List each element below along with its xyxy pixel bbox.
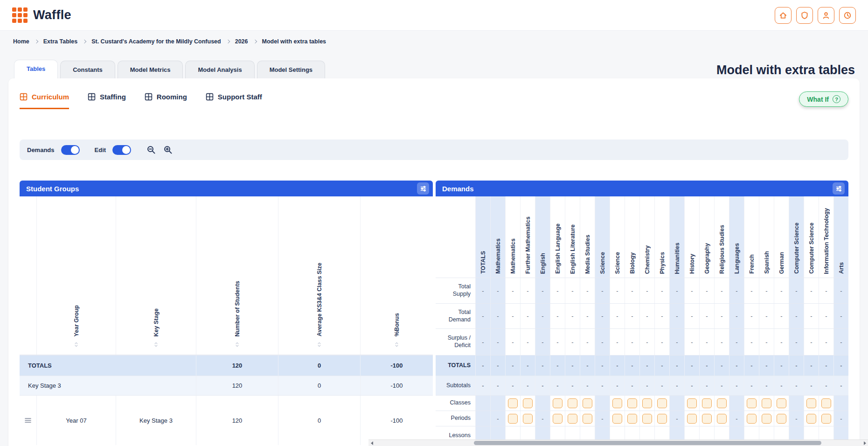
student-groups-panel-header: Student Groups <box>20 181 433 196</box>
subtab-curriculum[interactable]: Curriculum <box>20 93 69 109</box>
demand-input[interactable] <box>657 414 667 424</box>
sort-icon[interactable] <box>316 341 322 350</box>
demand-input[interactable] <box>821 414 831 424</box>
demand-input[interactable] <box>568 414 577 424</box>
demand-input[interactable] <box>821 398 831 408</box>
zoom-in-button[interactable] <box>163 145 173 155</box>
sort-icon[interactable] <box>153 341 159 350</box>
demands-cell: - <box>654 329 669 355</box>
demands-toggle[interactable] <box>61 145 80 155</box>
demands-cell: - <box>625 329 639 355</box>
column-label: Number of Students <box>234 281 241 336</box>
home-button[interactable] <box>775 7 792 24</box>
demand-input[interactable] <box>687 414 697 424</box>
zoom-out-icon <box>146 145 156 154</box>
demand-input[interactable] <box>627 414 637 424</box>
demand-input[interactable] <box>523 414 533 424</box>
demands-column-header: Geography <box>699 196 714 278</box>
column-header-bonus: %Bonus <box>360 196 433 355</box>
demands-cell <box>610 396 625 411</box>
scroll-right-button[interactable] <box>861 440 868 446</box>
demand-input[interactable] <box>702 414 712 424</box>
demand-input[interactable] <box>717 414 727 424</box>
zoom-out-button[interactable] <box>146 145 156 155</box>
clock-button[interactable] <box>839 7 856 24</box>
tab-model-metrics[interactable]: Model Metrics <box>118 61 183 78</box>
scrollbar-thumb[interactable] <box>474 441 821 445</box>
demand-input[interactable] <box>612 398 622 408</box>
tab-tables[interactable]: Tables <box>14 60 58 78</box>
what-if-button[interactable]: What If ? <box>799 91 848 107</box>
demand-input[interactable] <box>747 414 757 424</box>
subtab-label: Staffing <box>100 93 126 101</box>
demands-row: Total Demand------------------------- <box>436 303 848 328</box>
drag-handle[interactable] <box>20 396 36 445</box>
demands-cell: - <box>699 329 714 355</box>
tab-model-settings[interactable]: Model Settings <box>257 61 325 78</box>
demands-cell: - <box>565 304 580 328</box>
demand-input[interactable] <box>777 414 786 424</box>
column-header-year-group: Year Group <box>36 196 116 355</box>
demands-settings-button[interactable] <box>833 182 845 195</box>
demand-input[interactable] <box>762 414 771 424</box>
demands-row: Periods------- <box>436 411 848 426</box>
demands-cell <box>669 396 684 411</box>
demand-input[interactable] <box>762 398 771 408</box>
demand-input[interactable] <box>583 398 592 408</box>
tab-model-analysis[interactable]: Model Analysis <box>185 61 254 78</box>
demand-input[interactable] <box>642 398 652 408</box>
tab-constants[interactable]: Constants <box>60 61 115 78</box>
edit-toggle[interactable] <box>112 145 131 155</box>
subtab-staffing[interactable]: Staffing <box>88 93 126 109</box>
horizontal-scrollbar[interactable] <box>368 439 868 446</box>
avg-class-size-cell: 0 <box>278 355 360 376</box>
column-label: Mathematics <box>510 238 516 274</box>
demand-input[interactable] <box>702 398 712 408</box>
demands-cell <box>565 411 580 426</box>
sort-icon[interactable] <box>394 341 400 350</box>
demands-cell: - <box>535 376 550 395</box>
demand-input[interactable] <box>777 398 786 408</box>
drag-column-header <box>20 196 36 355</box>
demands-column-header: Mathematics <box>490 196 505 278</box>
demands-cell: - <box>520 329 535 355</box>
shield-button[interactable] <box>796 7 813 24</box>
brand-logo[interactable]: Waffle <box>12 7 71 23</box>
subtab-support-staff[interactable]: Support Staff <box>206 93 262 109</box>
student-groups-settings-button[interactable] <box>417 182 429 195</box>
demand-input[interactable] <box>747 398 757 408</box>
demand-input[interactable] <box>627 398 637 408</box>
user-button[interactable] <box>818 7 834 24</box>
demand-input[interactable] <box>687 398 697 408</box>
demand-input[interactable] <box>508 414 518 424</box>
avg-class-size-cell: 0 <box>278 396 360 445</box>
demand-input[interactable] <box>523 398 533 408</box>
breadcrumb-item-extra-tables[interactable]: Extra Tables <box>43 38 77 45</box>
demands-cell <box>475 411 490 426</box>
column-label: %Bonus <box>394 313 400 336</box>
column-label: French <box>749 254 755 274</box>
demands-row: TOTALS------------------------- <box>436 355 848 376</box>
breadcrumb-item-school[interactable]: St. Custard's Academy for the Mildly Con… <box>91 38 221 45</box>
demand-input[interactable] <box>642 414 652 424</box>
scrollbar-track[interactable] <box>375 440 861 446</box>
demand-input[interactable] <box>612 414 622 424</box>
sort-icon[interactable] <box>73 341 79 350</box>
breadcrumb-item-home[interactable]: Home <box>13 38 29 45</box>
scroll-left-button[interactable] <box>368 440 375 446</box>
sort-icon[interactable] <box>234 341 240 350</box>
demand-input[interactable] <box>583 414 592 424</box>
demand-input[interactable] <box>657 398 667 408</box>
subtab-rooming[interactable]: Rooming <box>145 93 187 109</box>
year-group-cell: Year 07 <box>36 396 116 445</box>
demand-input[interactable] <box>717 398 727 408</box>
demand-input[interactable] <box>508 398 518 408</box>
breadcrumb-item-year[interactable]: 2026 <box>235 38 248 45</box>
demands-cell: - <box>789 329 804 355</box>
demand-input[interactable] <box>553 414 562 424</box>
demands-cell: - <box>819 376 833 395</box>
demand-input[interactable] <box>806 414 816 424</box>
demand-input[interactable] <box>553 398 562 408</box>
demand-input[interactable] <box>806 398 816 408</box>
demand-input[interactable] <box>568 398 577 408</box>
